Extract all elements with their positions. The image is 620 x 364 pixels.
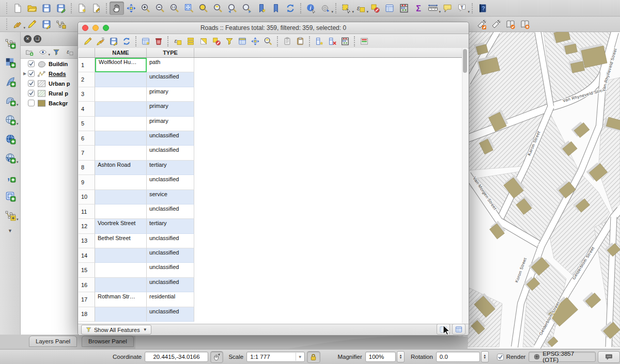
log-messages-button[interactable] [598,351,620,363]
delete-field-button[interactable] [326,35,338,47]
magic-wand-button[interactable] [489,18,503,31]
layer-visibility-checkbox[interactable] [28,70,35,77]
conditional-formatting-button[interactable] [358,35,370,47]
layer-visibility-checkbox[interactable] [28,60,35,67]
scale-lock-button[interactable] [307,351,320,363]
feature-filter-button[interactable]: Show All Features ▼ [81,325,151,335]
cell-type[interactable]: tertiary [147,219,194,233]
save-project-button[interactable] [39,2,54,15]
zoom-out-button[interactable] [153,2,167,15]
row-number[interactable]: 16 [79,278,95,292]
zoom-to-selection-button[interactable] [211,2,225,15]
cell-type[interactable]: primary [147,102,194,116]
field-calculator-button[interactable] [338,35,351,47]
render-checkbox[interactable] [497,354,504,360]
cell-name[interactable] [95,175,147,189]
cell-name[interactable] [95,307,147,322]
select-by-expression-button[interactable]: ε [171,35,184,47]
row-number[interactable]: 4 [79,102,95,116]
layer-label[interactable]: Roads [49,71,66,77]
switch-table-view-button[interactable] [452,324,466,335]
layer-label[interactable]: Backgr [49,100,68,106]
cell-name[interactable] [95,87,147,102]
filter-legend-button[interactable] [50,46,63,58]
row-number[interactable]: 8 [79,161,95,175]
magnifier-stepper[interactable]: ▲▼ [397,351,405,362]
map-tips-button[interactable] [440,2,455,15]
invert-selection-button[interactable] [197,35,210,47]
select-features-button[interactable]: ▾ [339,2,353,15]
row-number[interactable]: 11 [79,204,95,219]
toggle-editing-button[interactable] [81,35,94,47]
cell-name[interactable]: Voortrek Street [95,219,147,233]
mouse-position-toggle[interactable] [210,351,224,363]
toggle-editing-button[interactable] [25,18,39,31]
add-oracle-layer-button[interactable]: , [3,170,18,184]
row-number[interactable]: 9 [79,175,95,189]
add-wfs-layer-button[interactable]: ▾ [3,151,18,165]
column-header-type[interactable]: TYPE [147,48,194,57]
cell-type[interactable]: unclassified [147,131,194,146]
pan-to-selection-button[interactable] [124,2,138,15]
save-layer-edits-button[interactable] [39,18,54,31]
scrollbar-thumb[interactable] [463,49,467,73]
cell-type[interactable]: unclassified [147,278,194,292]
cell-name[interactable] [95,72,147,87]
expression-filter-button[interactable]: ε [63,46,76,58]
cell-name[interactable]: Bethel Street [95,234,147,248]
cell-type[interactable]: unclassified [147,204,194,219]
cell-name[interactable] [95,190,147,204]
toolbar-overflow-icon[interactable]: ▼ [8,228,12,233]
coordinate-input[interactable]: 20.4415,-34.0166 [145,352,208,362]
tab-browser-panel[interactable]: Browser Panel [82,336,134,347]
expand-arrow-icon[interactable]: ▶ [22,71,28,76]
run-feature-action-button[interactable]: ▾ [318,2,333,15]
magic-wand-pencil-button[interactable] [474,18,489,31]
row-number[interactable]: 14 [79,248,95,263]
pan-map-button[interactable] [110,2,124,15]
new-bookmark-button[interactable] [254,2,269,15]
layer-item-buildin[interactable]: Buildin [21,59,85,69]
add-delimited-text-layer-button[interactable] [3,74,18,89]
cell-name[interactable] [95,131,147,146]
current-edits-button[interactable]: ▾ [10,18,25,31]
zoom-to-selection-button[interactable] [261,35,274,47]
add-raster-layer-button[interactable] [3,55,18,70]
cell-name[interactable]: Wolfkloof Hu… [95,58,147,72]
row-number[interactable]: 2 [79,72,95,87]
add-vector-layer-button[interactable] [3,36,18,51]
new-composer-button[interactable] [74,2,89,15]
cell-name[interactable]: Ashton Road [95,161,147,175]
row-number[interactable]: 1 [79,58,95,72]
row-number[interactable]: 5 [79,117,95,131]
cell-type[interactable]: tertiary [147,161,194,175]
layer-visibility-checkbox[interactable] [28,80,35,87]
cell-type[interactable]: service [147,190,194,204]
crs-status-button[interactable]: EPSG:3857 (OTF) [529,352,595,362]
show-bookmarks-button[interactable] [269,2,283,15]
new-field-button[interactable] [313,35,326,47]
cell-type[interactable]: unclassified [147,234,194,248]
copy-rows-button[interactable] [281,35,293,47]
layer-item-backgr[interactable]: Backgr [21,98,85,108]
row-number[interactable]: 13 [79,234,95,248]
zoom-last-button[interactable] [225,2,240,15]
magnifier-input[interactable]: 100% [365,352,396,362]
add-spatialite-layer-button[interactable]: ▾ [3,113,18,127]
refresh-map-button[interactable] [283,2,298,15]
composer-manager-button[interactable] [89,2,103,15]
new-project-button[interactable] [10,2,25,15]
cell-name[interactable] [95,248,147,263]
paste-rows-button[interactable] [293,35,306,47]
select-all-button[interactable] [184,35,197,47]
style-dock-add-button[interactable] [518,18,532,31]
layer-label[interactable]: Rural p [49,90,68,97]
layer-item-rural-p[interactable]: Rural p [21,88,85,98]
zoom-to-layer-button[interactable] [196,2,211,15]
identify-features-button[interactable]: i [304,2,318,15]
cell-type[interactable]: unclassified [147,307,194,322]
row-number[interactable]: 10 [79,190,95,204]
deselect-all-button[interactable] [210,35,223,47]
row-number[interactable]: 17 [79,292,95,307]
window-titlebar[interactable]: Roads :: Features total: 359, filtered: … [78,22,469,34]
